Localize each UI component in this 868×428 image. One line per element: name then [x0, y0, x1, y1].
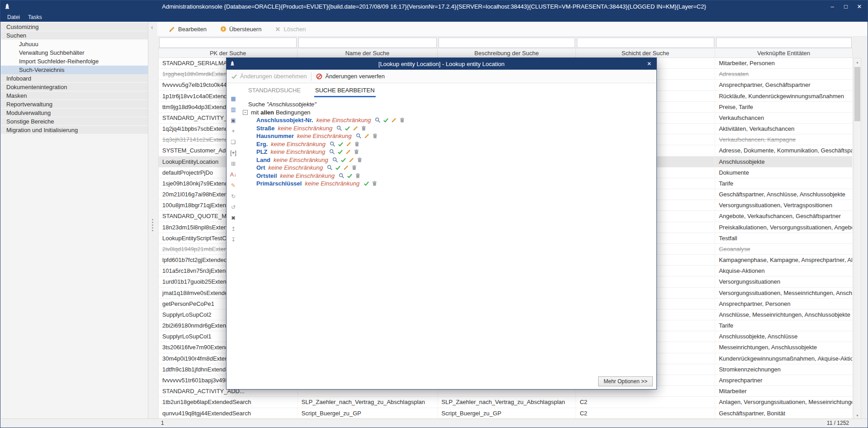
application-window: Administrationskonsole {Database=ORACLE}… [0, 0, 868, 428]
condition-search-icon[interactable] [327, 165, 333, 171]
delete-icon[interactable]: ✖ [229, 214, 238, 222]
move-top-icon[interactable]: ↥ [229, 225, 238, 233]
condition-edit-icon[interactable] [346, 141, 352, 147]
condition-check-icon[interactable] [340, 157, 346, 163]
condition-edit-icon[interactable] [353, 125, 359, 131]
condition-trash-icon[interactable] [354, 141, 360, 147]
sidebar-item-reportverwaltung[interactable]: Reportverwaltung [1, 100, 148, 109]
more-options-button[interactable]: Mehr Optionen >> [598, 376, 653, 386]
sidebar-item-suchen[interactable]: Suchen [1, 31, 148, 40]
condition-field-link[interactable]: Hausnummer [256, 133, 294, 139]
menu-datei[interactable]: Datei [3, 13, 24, 21]
dialog-close-button[interactable]: ✕ [643, 59, 655, 68]
condition-constraint: keine Einschränkung [297, 133, 352, 139]
discard-changes-button[interactable]: Änderungen verwerfen [316, 73, 385, 80]
close-button[interactable]: ✕ [853, 0, 866, 13]
column-header-verknüpfte-entitäten[interactable]: Verknüpfte Entitäten [715, 48, 853, 58]
condition-field-link[interactable]: Ortsteil [256, 172, 277, 179]
refresh-icon[interactable]: ↻ [229, 193, 238, 200]
column-header-schicht-der-suche[interactable]: Schicht der Suche [576, 48, 715, 58]
scroll-down-icon[interactable]: ▼ [854, 412, 861, 419]
delete-x-icon [275, 26, 281, 32]
sidebar-item-masken[interactable]: Masken [1, 91, 148, 100]
filter-name-der-suche[interactable] [298, 38, 437, 48]
condition-field-link[interactable]: Straße [256, 125, 274, 132]
tab-suche-bearbeiten[interactable]: SUCHE BEARBEITEN [314, 84, 375, 97]
scroll-up-icon[interactable]: ▲ [854, 58, 861, 66]
condition-edit-icon[interactable] [343, 165, 349, 171]
filter-verknüpfte-entitäten[interactable] [716, 38, 852, 48]
übersteuern-button[interactable]: Übersteuern [215, 23, 267, 35]
condition-search-icon[interactable] [375, 117, 381, 123]
condition-edit-icon[interactable] [391, 117, 397, 123]
condition-trash-icon[interactable] [355, 173, 361, 179]
collapse-sidebar-icon[interactable]: ‹ [151, 24, 153, 31]
undo-icon[interactable]: ↺ [229, 204, 238, 211]
condition-check-icon[interactable] [347, 173, 353, 179]
condition-edit-icon[interactable] [345, 149, 351, 155]
column-header-name-der-suche[interactable]: Name der Suche [297, 48, 438, 58]
filter-beschreibung-der-suche[interactable] [439, 38, 575, 48]
sidebar-item-infoboard[interactable]: Infoboard [1, 74, 148, 83]
condition-field-link[interactable]: Land [256, 157, 270, 163]
sidebar-splitter[interactable]: ‹ [148, 22, 157, 418]
condition-search-icon[interactable] [336, 125, 342, 131]
condition-edit-icon[interactable] [364, 133, 370, 139]
condition-field-link[interactable]: Anschlussobjekt-Nr. [256, 117, 313, 124]
menu-tasks[interactable]: Tasks [24, 13, 46, 21]
sidebar-item-dokumentenintegration[interactable]: Dokumentenintegration [1, 83, 148, 91]
dialog-toolbar: Änderungen übernehmen Änderungen verwerf… [226, 70, 656, 83]
sidebar-item-modulverwaltung[interactable]: Modulverwaltung [1, 109, 148, 117]
sidebar-item-import-suchfelder-reihenfolge[interactable]: Import Suchfelder-Reihenfolge [1, 57, 148, 66]
cell-entities: Geoanalyse [715, 244, 853, 254]
condition-field-link[interactable]: Ort [256, 164, 265, 171]
condition-check-icon[interactable] [338, 141, 344, 147]
condition-search-icon[interactable] [329, 149, 335, 155]
move-bottom-icon[interactable]: ↧ [229, 236, 238, 243]
condition-search-icon[interactable] [339, 173, 344, 179]
apply-changes-button[interactable]: Änderungen übernehmen [231, 73, 307, 80]
condition-field-link[interactable]: PLZ [256, 148, 268, 155]
condition-field-link[interactable]: Primärschlüssel [256, 180, 302, 187]
condition-check-icon[interactable] [383, 117, 389, 123]
column-header-pk-der-suche[interactable]: PK der Suche [158, 48, 297, 58]
column-header-beschreibung-der-suche[interactable]: Beschreibung der Suche [438, 48, 576, 58]
condition-trash-icon[interactable] [399, 117, 405, 123]
condition-trash-icon[interactable] [361, 125, 367, 131]
table-row[interactable]: 1tb2uri18geb6lapExtendedSearchSLP_Zaehle… [159, 397, 853, 408]
table-row[interactable]: qunvu419q8tgj44ExtendedSearchScript_Buer… [159, 408, 853, 419]
dialog-app-icon [230, 61, 235, 66]
löschen-button[interactable]: Löschen [270, 23, 311, 35]
condition-edit-icon[interactable] [349, 157, 354, 163]
sidebar-item-such-verzeichnis[interactable]: Such-Verzeichnis [1, 66, 148, 74]
condition-trash-icon[interactable] [351, 165, 357, 171]
condition-trash-icon[interactable] [372, 133, 378, 139]
sidebar-item-juhuuu[interactable]: Juhuuu [1, 40, 148, 48]
condition-search-icon[interactable] [332, 157, 338, 163]
condition-check-icon[interactable] [335, 165, 341, 171]
condition-check-icon[interactable] [363, 181, 369, 186]
root-condition-operator[interactable]: allen [260, 109, 274, 116]
sidebar-item-sonstige-bereiche[interactable]: Sonstige Bereiche [1, 117, 148, 126]
filter-schicht-der-suche[interactable] [577, 38, 714, 48]
condition-search-icon[interactable] [330, 141, 335, 147]
condition-check-icon[interactable] [337, 149, 343, 155]
sidebar-item-verwaltung-suchbehälter[interactable]: Verwaltung Suchbehälter [1, 48, 148, 57]
scroll-thumb[interactable] [854, 67, 860, 121]
splitter-grip-icon[interactable] [152, 219, 153, 231]
tab-standardsuche[interactable]: STANDARDSUCHE [247, 84, 302, 97]
filter-pk-der-suche[interactable] [159, 38, 297, 48]
condition-trash-icon[interactable] [357, 157, 363, 163]
sidebar-item-customizing[interactable]: Customizing [1, 23, 148, 31]
collapse-node-icon[interactable]: − [243, 110, 248, 115]
condition-trash-icon[interactable] [354, 149, 359, 155]
minimize-button[interactable]: – [826, 0, 839, 13]
condition-trash-icon[interactable] [372, 181, 377, 186]
condition-check-icon[interactable] [344, 125, 350, 131]
maximize-button[interactable]: □ [839, 0, 853, 13]
condition-search-icon[interactable] [356, 133, 362, 139]
sidebar-item-migration-und-initialisierung[interactable]: Migration und Initialisierung [1, 126, 148, 134]
condition-field-link[interactable]: Erg. [256, 141, 268, 147]
bearbeiten-button[interactable]: Bearbeiten [164, 23, 212, 35]
vertical-scrollbar[interactable]: ▲ ▼ [854, 58, 861, 419]
